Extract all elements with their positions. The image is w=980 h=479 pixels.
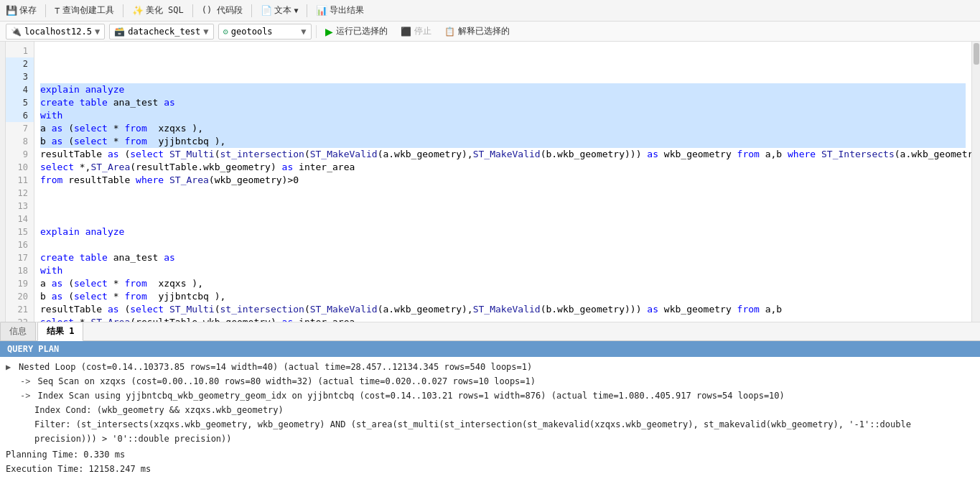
line-num-14: 14 (6, 213, 34, 225)
connbar-sep-1 (316, 25, 317, 38)
query-builder-button[interactable]: ⊤ 查询创建工具 (55, 4, 114, 17)
code-snippet-button[interactable]: () 代码段 (202, 4, 243, 17)
line-numbers: 1234567891011121314151617181920212223 (6, 42, 34, 322)
schema-select[interactable]: ⚙️ geotools ▼ (218, 24, 312, 39)
line-num-9: 9 (6, 148, 34, 161)
scroll-thumb (974, 43, 979, 65)
query-builder-icon: ⊤ (55, 5, 60, 16)
line-num-17: 17 (6, 251, 34, 264)
stop-label: 停止 (414, 25, 431, 37)
explain-button[interactable]: 📋 解释已选择的 (440, 24, 514, 39)
code-snippet-label: () 代码段 (202, 4, 243, 17)
left-border (0, 42, 6, 322)
line-num-12: 12 (6, 187, 34, 200)
code-line-2: explain analyze (40, 83, 966, 96)
line-num-20: 20 (6, 290, 34, 303)
line-num-21: 21 (6, 303, 34, 316)
toolbar-sep-2 (123, 4, 123, 17)
toolbar-sep-4 (251, 4, 252, 17)
result-row-execution: Execution Time: 12158.247 ms (6, 462, 974, 476)
result-text-2: Seq Scan on xzqxs (cost=0.00..10.80 rows… (37, 374, 536, 389)
code-editor[interactable]: explain analyzecreate table ana_test asw… (34, 42, 971, 322)
stop-button[interactable]: ⬛ 停止 (396, 24, 436, 39)
run-selected-label: 运行已选择的 (336, 25, 388, 37)
export-label: 导出结果 (330, 4, 364, 17)
beautify-sql-label: 美化 SQL (146, 4, 184, 17)
code-line-20: select *,ST_Area(resultTable.wkb_geometr… (40, 316, 966, 322)
bottom-area: 信息 结果 1 QUERY PLAN ▶ Nested Loop (cost=0… (0, 322, 980, 479)
code-line-17: a as (select * from xzqxs ), (40, 277, 966, 290)
line-num-6: 6 (6, 109, 34, 122)
line-num-5: 5 (6, 96, 34, 109)
schema-value: geotools (231, 27, 273, 37)
planning-time: Planning Time: 0.330 ms (6, 447, 125, 462)
text-button[interactable]: 📄 文本 ▼ (261, 4, 298, 17)
line-num-22: 22 (6, 316, 34, 322)
line-num-13: 13 (6, 200, 34, 213)
result-text-1: Nested Loop (cost=0.14..10373.85 rows=14… (19, 360, 532, 374)
tab-result1[interactable]: 结果 1 (37, 322, 83, 341)
save-button[interactable]: 💾 保存 (6, 4, 37, 17)
code-line-13: explain analyze (40, 225, 966, 238)
line-num-7: 7 (6, 122, 34, 135)
query-plan-header: QUERY PLAN (0, 341, 980, 357)
line-num-19: 19 (6, 277, 34, 290)
connection-select[interactable]: 🔌 localhost12.5 ▼ (6, 24, 105, 39)
line-num-16: 16 (6, 238, 34, 251)
beautify-sql-button[interactable]: ✨ 美化 SQL (132, 4, 184, 17)
result-text-3: Index Scan using yjjbntcbq_wkb_geometry_… (37, 389, 784, 403)
result-row-5: Filter: (st_intersects(xzqxs.wkb_geometr… (34, 417, 974, 446)
result-row-2: -> Seq Scan on xzqxs (cost=0.00..10.80 r… (20, 374, 974, 389)
line-num-15: 15 (6, 225, 34, 238)
result-text-4: Index Cond: (wkb_geometry && xzqxs.wkb_g… (34, 403, 284, 417)
connection-bar: 🔌 localhost12.5 ▼ 🗃️ datacheck_test ▼ ⚙️… (0, 22, 980, 42)
play-icon: ▶ (325, 26, 333, 37)
result-row-planning: Planning Time: 0.330 ms (6, 447, 974, 462)
code-line-14 (40, 238, 966, 251)
code-line-15: create table ana_test as (40, 251, 966, 264)
explain-label: 解释已选择的 (458, 25, 510, 37)
line-num-4: 4 (6, 83, 34, 96)
beautify-icon: ✨ (132, 5, 144, 16)
line-num-3: 3 (6, 70, 34, 83)
code-line-18: b as (select * from yjjbntcbq ), (40, 290, 966, 303)
explain-icon: 📋 (444, 27, 455, 37)
export-icon: 📊 (316, 5, 327, 16)
results-content: ▶ Nested Loop (cost=0.14..10373.85 rows=… (0, 357, 980, 479)
code-line-4: with (40, 109, 966, 122)
result-arrow-3: -> (20, 389, 30, 403)
code-line-19: resultTable as (select ST_Multi(st_inter… (40, 303, 966, 316)
text-label: 文本 (274, 4, 291, 17)
database-value: datacheck_test (128, 27, 200, 37)
toolbar-sep-1 (45, 4, 46, 17)
code-line-16: with (40, 264, 966, 277)
code-line-7: resultTable as (select ST_Multi(st_inter… (40, 148, 966, 161)
scrollbar[interactable] (971, 42, 980, 322)
save-icon: 💾 (6, 5, 17, 16)
schema-icon: ⚙️ (223, 27, 228, 37)
result-text-5: Filter: (st_intersects(xzqxs.wkb_geometr… (34, 417, 974, 446)
code-line-10 (40, 187, 966, 200)
result-arrow-1: ▶ (6, 360, 14, 374)
toolbar-sep-5 (307, 4, 307, 17)
tab-info[interactable]: 信息 (0, 322, 36, 340)
line-num-11: 11 (6, 174, 34, 187)
code-line-8: select *,ST_Area(resultTable.wkb_geometr… (40, 161, 966, 174)
toolbar: 💾 保存 ⊤ 查询创建工具 ✨ 美化 SQL () 代码段 📄 文本 ▼ 📊 导… (0, 0, 980, 22)
schema-dropdown-icon: ▼ (301, 27, 306, 37)
export-button[interactable]: 📊 导出结果 (316, 4, 364, 17)
line-num-18: 18 (6, 264, 34, 277)
code-line-1 (40, 70, 966, 83)
code-line-9: from resultTable where ST_Area(wkb_geome… (40, 174, 966, 187)
code-line-3: create table ana_test as (40, 96, 966, 109)
result-row-1: ▶ Nested Loop (cost=0.14..10373.85 rows=… (6, 360, 974, 374)
result-tabs: 信息 结果 1 (0, 322, 980, 341)
stop-icon: ⬛ (401, 27, 411, 37)
connection-icon: 🔌 (11, 27, 22, 37)
line-num-2: 2 (6, 57, 34, 70)
database-dropdown-icon: ▼ (203, 27, 208, 37)
database-select[interactable]: 🗃️ datacheck_test ▼ (109, 24, 213, 39)
run-selected-button[interactable]: ▶ 运行已选择的 (321, 24, 392, 39)
code-line-12 (40, 213, 966, 225)
code-line-6: b as (select * from yjjbntcbq ), (40, 135, 966, 148)
